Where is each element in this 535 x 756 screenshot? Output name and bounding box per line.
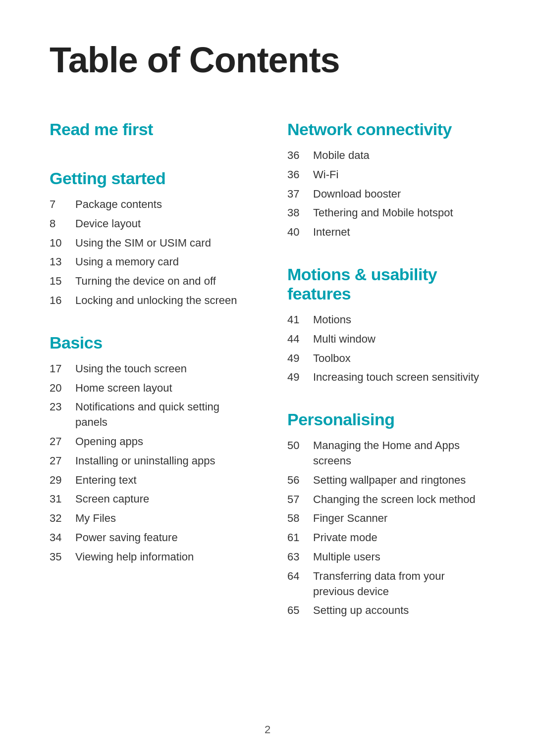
toc-text: Notifications and quick setting panels bbox=[75, 400, 248, 430]
list-item: 50 Managing the Home and Apps screens bbox=[287, 438, 485, 469]
toc-number: 50 bbox=[287, 438, 313, 454]
list-item: 27 Opening apps bbox=[50, 434, 248, 450]
toc-number: 29 bbox=[50, 473, 75, 488]
toc-text: Wi-Fi bbox=[313, 167, 485, 183]
toc-text: Changing the screen lock method bbox=[313, 492, 485, 507]
toc-number: 27 bbox=[50, 454, 75, 469]
toc-number: 49 bbox=[287, 370, 313, 385]
toc-number: 65 bbox=[287, 603, 313, 618]
personalising-list: 50 Managing the Home and Apps screens 56… bbox=[287, 438, 485, 618]
section-motions-usability: Motions & usability features 41 Motions … bbox=[287, 265, 485, 385]
list-item: 7 Package contents bbox=[50, 197, 248, 212]
list-item: 23 Notifications and quick setting panel… bbox=[50, 400, 248, 430]
toc-number: 64 bbox=[287, 569, 313, 584]
toc-number: 35 bbox=[50, 550, 75, 565]
toc-number: 57 bbox=[287, 492, 313, 507]
list-item: 8 Device layout bbox=[50, 216, 248, 232]
list-item: 13 Using a memory card bbox=[50, 254, 248, 270]
toc-text: Motions bbox=[313, 312, 485, 328]
toc-text: Device layout bbox=[75, 216, 248, 232]
toc-text: My Files bbox=[75, 511, 248, 526]
toc-number: 41 bbox=[287, 312, 313, 328]
toc-number: 37 bbox=[287, 187, 313, 202]
toc-number: 23 bbox=[50, 400, 75, 415]
toc-text: Multiple users bbox=[313, 550, 485, 565]
toc-number: 56 bbox=[287, 473, 313, 488]
toc-text: Download booster bbox=[313, 187, 485, 202]
toc-text: Tethering and Mobile hotspot bbox=[313, 205, 485, 221]
list-item: 36 Mobile data bbox=[287, 148, 485, 163]
toc-number: 49 bbox=[287, 351, 313, 366]
list-item: 32 My Files bbox=[50, 511, 248, 526]
section-title-motions-usability: Motions & usability features bbox=[287, 265, 485, 303]
list-item: 29 Entering text bbox=[50, 473, 248, 488]
toc-number: 38 bbox=[287, 205, 313, 221]
two-column-layout: Read me first Getting started 7 Package … bbox=[50, 120, 485, 643]
list-item: 17 Using the touch screen bbox=[50, 361, 248, 377]
section-title-network-connectivity: Network connectivity bbox=[287, 120, 485, 139]
toc-text: Using the touch screen bbox=[75, 361, 248, 377]
list-item: 31 Screen capture bbox=[50, 492, 248, 507]
list-item: 49 Increasing touch screen sensitivity bbox=[287, 370, 485, 385]
toc-text: Toolbox bbox=[313, 351, 485, 366]
list-item: 61 Private mode bbox=[287, 530, 485, 546]
toc-number: 36 bbox=[287, 148, 313, 163]
toc-text: Turning the device on and off bbox=[75, 274, 248, 289]
section-title-getting-started: Getting started bbox=[50, 169, 248, 188]
toc-number: 61 bbox=[287, 530, 313, 546]
list-item: 57 Changing the screen lock method bbox=[287, 492, 485, 507]
toc-number: 20 bbox=[50, 381, 75, 396]
toc-text: Increasing touch screen sensitivity bbox=[313, 370, 485, 385]
toc-number: 7 bbox=[50, 197, 75, 212]
toc-number: 58 bbox=[287, 511, 313, 526]
section-network-connectivity: Network connectivity 36 Mobile data 36 W… bbox=[287, 120, 485, 240]
toc-text: Using a memory card bbox=[75, 254, 248, 270]
motions-list: 41 Motions 44 Multi window 49 Toolbox 49… bbox=[287, 312, 485, 385]
toc-number: 36 bbox=[287, 167, 313, 183]
toc-text: Setting up accounts bbox=[313, 603, 485, 618]
page-number: 2 bbox=[265, 723, 270, 736]
list-item: 36 Wi-Fi bbox=[287, 167, 485, 183]
toc-text: Opening apps bbox=[75, 434, 248, 450]
list-item: 10 Using the SIM or USIM card bbox=[50, 236, 248, 251]
right-column: Network connectivity 36 Mobile data 36 W… bbox=[287, 120, 485, 643]
list-item: 64 Transferring data from your previous … bbox=[287, 569, 485, 600]
toc-number: 8 bbox=[50, 216, 75, 232]
section-read-me-first: Read me first bbox=[50, 120, 248, 139]
toc-number: 15 bbox=[50, 274, 75, 289]
toc-number: 16 bbox=[50, 293, 75, 308]
list-item: 34 Power saving feature bbox=[50, 530, 248, 546]
toc-text: Setting wallpaper and ringtones bbox=[313, 473, 485, 488]
toc-text: Internet bbox=[313, 225, 485, 240]
page: Table of Contents Read me first Getting … bbox=[0, 0, 535, 756]
page-footer: 2 bbox=[0, 723, 535, 736]
list-item: 40 Internet bbox=[287, 225, 485, 240]
toc-text: Private mode bbox=[313, 530, 485, 546]
toc-text: Screen capture bbox=[75, 492, 248, 507]
toc-number: 31 bbox=[50, 492, 75, 507]
toc-text: Multi window bbox=[313, 332, 485, 347]
list-item: 49 Toolbox bbox=[287, 351, 485, 366]
toc-number: 40 bbox=[287, 225, 313, 240]
toc-number: 32 bbox=[50, 511, 75, 526]
toc-text: Power saving feature bbox=[75, 530, 248, 546]
section-basics: Basics 17 Using the touch screen 20 Home… bbox=[50, 333, 248, 565]
list-item: 41 Motions bbox=[287, 312, 485, 328]
toc-text: Transferring data from your previous dev… bbox=[313, 569, 485, 600]
network-list: 36 Mobile data 36 Wi-Fi 37 Download boos… bbox=[287, 148, 485, 240]
basics-list: 17 Using the touch screen 20 Home screen… bbox=[50, 361, 248, 565]
section-title-basics: Basics bbox=[50, 333, 248, 353]
toc-number: 44 bbox=[287, 332, 313, 347]
toc-text: Mobile data bbox=[313, 148, 485, 163]
toc-text: Managing the Home and Apps screens bbox=[313, 438, 485, 469]
getting-started-list: 7 Package contents 8 Device layout 10 Us… bbox=[50, 197, 248, 308]
list-item: 58 Finger Scanner bbox=[287, 511, 485, 526]
toc-text: Home screen layout bbox=[75, 381, 248, 396]
list-item: 63 Multiple users bbox=[287, 550, 485, 565]
toc-text: Package contents bbox=[75, 197, 248, 212]
list-item: 16 Locking and unlocking the screen bbox=[50, 293, 248, 308]
list-item: 37 Download booster bbox=[287, 187, 485, 202]
section-personalising: Personalising 50 Managing the Home and A… bbox=[287, 410, 485, 618]
list-item: 38 Tethering and Mobile hotspot bbox=[287, 205, 485, 221]
page-title: Table of Contents bbox=[50, 40, 485, 80]
